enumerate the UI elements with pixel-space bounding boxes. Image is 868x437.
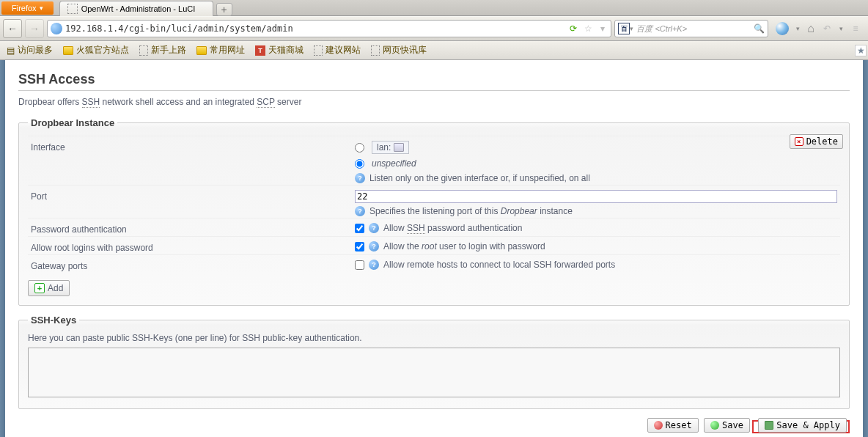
folder-icon — [63, 46, 73, 55]
info-icon: ? — [369, 241, 379, 251]
network-icon — [394, 143, 404, 152]
info-icon: ? — [369, 260, 379, 270]
history-back-icon[interactable]: ↶ — [822, 23, 832, 34]
menu-list-icon[interactable]: ≡ — [850, 23, 861, 34]
ssh-keys-textarea[interactable] — [28, 348, 840, 397]
bookmark-newbie[interactable]: 新手上路 — [136, 43, 190, 58]
delete-icon: × — [795, 137, 803, 146]
tmall-icon: T — [255, 45, 265, 56]
interface-label: Interface — [31, 141, 355, 183]
reset-button[interactable]: Reset — [647, 418, 699, 433]
password-auth-hint: Allow SSH password authentication — [383, 223, 522, 233]
browser-nav-bar: ← → ⟳ ☆ ▾ 百 ▾ 百度 <Ctrl+K> 🔍 ▾ ⌂ ↶ ▾ ≡ — [0, 16, 868, 41]
info-icon: ? — [369, 223, 379, 233]
fieldset-legend: Dropbear Instance — [28, 117, 117, 128]
root-login-label: Allow root logins with password — [31, 241, 355, 253]
ssh-keys-fieldset: SSH-Keys Here you can paste public SSH-K… — [18, 315, 850, 409]
add-icon: + — [34, 283, 45, 293]
reset-icon — [654, 421, 663, 430]
save-icon — [710, 421, 719, 430]
browser-tab[interactable]: OpenWrt - Administration - LuCI — [59, 1, 213, 16]
back-button[interactable]: ← — [3, 19, 22, 38]
root-login-hint: Allow the root user to login with passwo… — [383, 241, 545, 251]
reload-icon[interactable]: ⟳ — [568, 23, 578, 34]
addon-globe-icon[interactable] — [776, 22, 789, 35]
page-description: Dropbear offers SSH network shell access… — [18, 97, 850, 107]
tab-title: OpenWrt - Administration - LuCI — [81, 4, 196, 13]
interface-unspecified-radio[interactable] — [355, 159, 364, 169]
page-icon — [139, 45, 148, 56]
url-input[interactable] — [65, 23, 565, 34]
folder-icon — [196, 46, 207, 55]
highlight-box: Save & Apply — [752, 420, 850, 433]
ssh-keys-description: Here you can paste public SSH-Keys (one … — [28, 333, 840, 343]
bookmark-star-icon[interactable]: ☆ — [583, 23, 593, 34]
globe-icon — [51, 23, 62, 34]
gateway-ports-label: Gateway ports — [31, 260, 355, 271]
save-button[interactable]: Save — [704, 418, 750, 433]
dropdown-icon[interactable]: ▾ — [597, 23, 608, 34]
fieldset-legend: SSH-Keys — [28, 315, 79, 326]
bookmark-tmall[interactable]: T天猫商城 — [251, 43, 307, 58]
gateway-ports-checkbox[interactable] — [355, 260, 364, 270]
page-title: SSH Access — [18, 72, 850, 87]
add-button[interactable]: + Add — [28, 280, 70, 296]
port-input[interactable] — [355, 190, 837, 203]
bookmark-common-sites[interactable]: 常用网址 — [193, 43, 249, 58]
bookmark-most-visited[interactable]: ▤访问最多 — [3, 43, 56, 58]
bookmark-suggested[interactable]: 建议网站 — [310, 43, 364, 58]
firefox-menu-button[interactable]: Firefox — [1, 1, 54, 15]
browser-search-box[interactable]: 百 ▾ 百度 <Ctrl+K> 🔍 — [614, 20, 768, 37]
interface-lan-radio[interactable] — [355, 143, 364, 153]
interface-hint: Listen only on the given interface or, i… — [369, 173, 590, 183]
unspecified-label: unspecified — [372, 158, 416, 169]
forward-button[interactable]: → — [25, 19, 44, 38]
info-icon: ? — [355, 173, 365, 183]
password-auth-label: Password authentication — [31, 223, 355, 235]
home-icon[interactable]: ⌂ — [807, 22, 814, 35]
list-icon: ▤ — [7, 45, 15, 56]
save-apply-icon — [765, 421, 773, 430]
bookmark-star-button[interactable]: ★ — [855, 45, 867, 56]
port-label: Port — [31, 190, 355, 216]
browser-menu-bar: Firefox OpenWrt - Administration - LuCI … — [0, 0, 868, 16]
bookmark-firefox-official[interactable]: 火狐官方站点 — [59, 43, 133, 58]
delete-button[interactable]: × Delete — [790, 134, 843, 149]
bookmark-quickdial[interactable]: 网页快讯库 — [367, 43, 430, 58]
info-icon: ? — [355, 206, 365, 216]
bookmarks-toolbar: ▤访问最多 火狐官方站点 新手上路 常用网址 T天猫商城 建议网站 网页快讯库 … — [0, 41, 868, 60]
baidu-icon: 百 — [618, 23, 630, 34]
gateway-ports-hint: Allow remote hosts to connect to local S… — [383, 260, 615, 270]
new-tab-button[interactable]: + — [216, 3, 232, 16]
save-apply-button[interactable]: Save & Apply — [758, 418, 847, 433]
url-bar[interactable]: ⟳ ☆ ▾ — [47, 20, 611, 37]
page-icon — [67, 4, 78, 14]
port-hint: Specifies the listening port of this Dro… — [369, 206, 573, 216]
search-placeholder: 百度 <Ctrl+K> — [633, 23, 754, 34]
page-icon — [314, 45, 323, 56]
dropbear-instance-fieldset: Dropbear Instance × Delete Interface lan… — [18, 117, 850, 306]
password-auth-checkbox[interactable] — [355, 224, 364, 233]
lan-badge: lan: — [372, 141, 409, 154]
root-login-checkbox[interactable] — [355, 242, 364, 251]
search-icon[interactable]: 🔍 — [754, 23, 765, 34]
action-row: Reset Save Save & Apply — [18, 418, 850, 433]
page-icon — [371, 45, 380, 56]
